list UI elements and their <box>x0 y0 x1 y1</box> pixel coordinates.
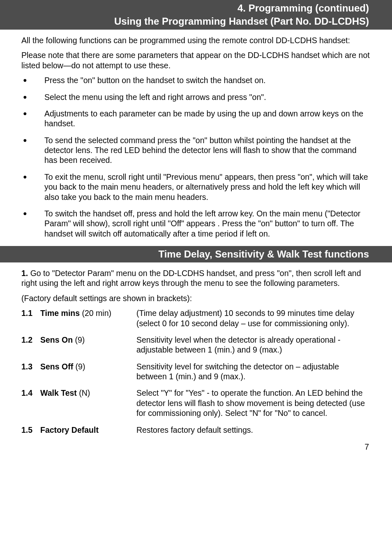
instruction-item: Press the "on" button on the handset to … <box>21 75 371 85</box>
instruction-item: To send the selected command press the "… <box>21 135 371 165</box>
section-title-1: 4. Programming (continued) <box>21 2 371 14</box>
parameter-name: Factory Default <box>40 425 136 435</box>
parameter-list: 1.1 Time mins (20 min) (Time delay adjus… <box>21 308 371 435</box>
section-header: 4. Programming (continued) Using the Pro… <box>0 0 392 30</box>
parameter-description: (Time delay adjustment) 10 seconds to 99… <box>136 308 371 328</box>
parameter-number: 1.2 <box>21 335 40 345</box>
parameter-row: 1.4 Walk Test (N) Select "Y" for "Yes" -… <box>21 388 371 418</box>
instruction-item: Adjustments to each parameter can be mad… <box>21 109 371 129</box>
parameter-name: Sens On (9) <box>40 335 136 345</box>
intro-paragraph-1: All the following functions can be progr… <box>21 35 371 45</box>
parameter-number: 1.3 <box>21 362 40 371</box>
subsection-header: Time Delay, Sensitivity & Walk Test func… <box>0 246 392 262</box>
parameter-number: 1.5 <box>21 425 40 435</box>
defaults-note: (Factory default settings are shown in b… <box>21 293 371 303</box>
parameter-description: Sensitivity level for switching the dete… <box>136 362 371 382</box>
parameter-description: Select "Y" for "Yes" - to operate the fu… <box>136 388 371 418</box>
parameter-row: 1.2 Sens On (9) Sensitivity level when t… <box>21 335 371 355</box>
parameter-name: Sens Off (9) <box>40 362 136 371</box>
instruction-item: To switch the handset off, press and hol… <box>21 209 371 239</box>
parameter-row: 1.3 Sens Off (9) Sensitivity level for s… <box>21 362 371 382</box>
parameter-row: 1.1 Time mins (20 min) (Time delay adjus… <box>21 308 371 328</box>
page-number: 7 <box>21 442 371 452</box>
parameter-description: Restores factory default settings. <box>136 425 371 435</box>
instruction-item: Select the menu using the left and right… <box>21 92 371 102</box>
parameter-name: Walk Test (N) <box>40 388 136 398</box>
subsection-title: Time Delay, Sensitivity & Walk Test func… <box>21 248 371 260</box>
step-paragraph: 1. Go to "Detector Param" menu on the DD… <box>21 268 371 288</box>
parameter-row: 1.5 Factory Default Restores factory def… <box>21 425 371 435</box>
parameter-name: Time mins (20 min) <box>40 308 136 318</box>
instruction-item: To exit the menu, scroll right until "Pr… <box>21 172 371 202</box>
parameter-number: 1.4 <box>21 388 40 398</box>
instruction-list: Press the "on" button on the handset to … <box>21 75 371 239</box>
parameter-description: Sensitivity level when the detector is a… <box>136 335 371 355</box>
intro-paragraph-2: Please note that there are some paramete… <box>21 50 371 70</box>
section-title-2: Using the Programming Handset (Part No. … <box>21 16 371 27</box>
parameter-number: 1.1 <box>21 308 40 318</box>
